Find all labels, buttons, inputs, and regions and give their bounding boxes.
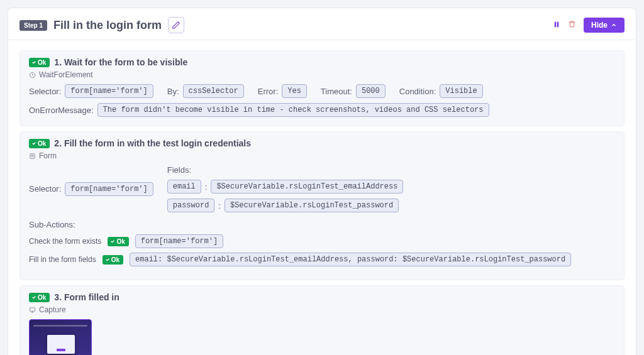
status-badge: Ok	[29, 293, 50, 302]
selector-value: form[name='form']	[65, 84, 153, 98]
field-name: password	[167, 199, 215, 212]
error-value: Yes	[282, 84, 307, 98]
status-badge: Ok	[108, 237, 128, 246]
selector-label: Selector:	[29, 184, 61, 194]
field-value: $SecureVariable.rsLoginTest_emailAddress	[211, 180, 403, 194]
status-badge: Ok	[29, 58, 50, 67]
pencil-icon	[172, 21, 180, 30]
form-icon	[29, 153, 36, 160]
svg-rect-1	[557, 22, 558, 27]
fields-label: Fields:	[167, 165, 404, 175]
field-row: email : $SecureVariable.rsLoginTest_emai…	[167, 180, 404, 194]
subaction-name: Fill in the form fields	[29, 255, 96, 264]
screenshot-thumbnail[interactable]	[29, 319, 92, 355]
hide-button[interactable]: Hide	[584, 18, 625, 33]
by-value: cssSelector	[183, 84, 244, 98]
edit-button[interactable]	[168, 17, 184, 33]
action-type: WaitForElement	[29, 70, 615, 79]
chevron-up-icon	[611, 22, 617, 28]
card-body: Ok 1. Wait for the form to be visible Wa…	[8, 40, 636, 355]
subaction-row: Fill in the form fields Ok email: $Secur…	[29, 253, 615, 266]
step-title: Fill in the login form	[53, 19, 162, 32]
action-type: Form	[29, 151, 615, 160]
subactions-label: Sub-Actions:	[29, 220, 615, 229]
action-type: Capture	[29, 305, 615, 314]
pause-button[interactable]	[553, 21, 560, 30]
status-badge: Ok	[103, 255, 123, 265]
monitor-icon	[29, 307, 36, 314]
error-label: Error:	[258, 87, 279, 96]
delete-button[interactable]	[568, 20, 576, 30]
svg-rect-6	[30, 307, 35, 311]
substep: Ok 1. Wait for the form to be visible Wa…	[19, 50, 625, 126]
subaction-value: form[name='form']	[135, 234, 223, 248]
substep-title: 1. Wait for the form to be visible	[54, 57, 187, 67]
condition-label: Condition:	[399, 87, 436, 96]
field-row: password : $SecureVariable.rsLoginTest_p…	[167, 199, 404, 212]
selector-value: form[name='form']	[65, 182, 153, 196]
substep-title: 3. Form filled in	[54, 292, 119, 302]
svg-rect-3	[30, 153, 35, 158]
card-header: Step 1 Fill in the login form Hide	[8, 8, 636, 40]
substep-title: 2. Fill the form in with the test login …	[54, 138, 251, 148]
timeout-label: Timeout:	[321, 87, 352, 96]
onerror-label: OnErrorMessage:	[29, 106, 94, 115]
step-card: Step 1 Fill in the login form Hide Ok	[8, 8, 636, 355]
step-number-badge: Step 1	[19, 20, 47, 31]
subaction-name: Check the form exists	[29, 237, 101, 246]
subaction-value: email: $SecureVariable.rsLoginTest_email…	[130, 253, 571, 266]
onerror-value: The form didn't become visible in time -…	[97, 103, 489, 117]
field-value: $SecureVariable.rsLoginTest_password	[225, 199, 399, 212]
subaction-row: Check the form exists Ok form[name='form…	[29, 234, 615, 248]
clock-icon	[29, 72, 36, 79]
selector-label: Selector:	[29, 87, 61, 96]
condition-value: Visible	[440, 84, 482, 98]
status-badge: Ok	[29, 139, 50, 148]
svg-rect-0	[555, 22, 556, 27]
by-label: By:	[167, 87, 179, 96]
substep: Ok 2. Fill the form in with the test log…	[19, 131, 625, 280]
timeout-value: 5000	[356, 84, 386, 98]
field-name: email	[167, 180, 201, 194]
substep: Ok 3. Form filled in Capture	[19, 285, 625, 355]
